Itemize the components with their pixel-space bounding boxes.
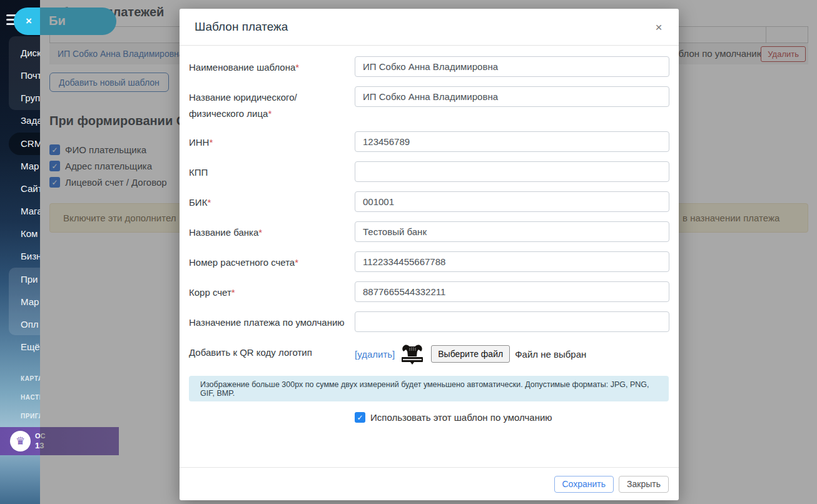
field-input-5[interactable]: 001001: [355, 191, 669, 212]
form-row: Номер расчетного счета*1122334455667788: [189, 251, 669, 272]
sidebar-item-10[interactable]: Бизн: [21, 251, 40, 261]
field-input-9[interactable]: [355, 311, 669, 332]
sidebar-item-14[interactable]: Ещё: [21, 341, 40, 352]
form-row: Название юридического/ физического лица*…: [189, 86, 669, 122]
crown-icon: ♛: [10, 431, 31, 451]
logo-preview-image: [400, 341, 425, 366]
menu-close-button[interactable]: ×: [19, 12, 38, 31]
save-button[interactable]: Сохранить: [554, 476, 614, 493]
sidebar-item-1[interactable]: Диск: [21, 48, 40, 58]
required-asterisk: *: [295, 257, 298, 268]
modal-header: Шаблон платежа ×: [180, 9, 679, 46]
sidebar-item-3[interactable]: Груп: [21, 93, 40, 103]
form-row: Назначение платежа по умолчанию: [189, 311, 669, 332]
required-asterisk: *: [295, 62, 299, 73]
default-template-row: ✓ Использовать этот шаблон по умолчанию: [355, 412, 669, 423]
form-row: Наименование шаблона*ИП Собко Анна Влади…: [189, 56, 669, 77]
modal-close-icon[interactable]: ×: [651, 20, 666, 35]
field-input-6[interactable]: Тестовый банк: [355, 221, 669, 242]
field-input-3[interactable]: 123456789: [355, 131, 669, 152]
modal-title: Шаблон платежа: [195, 20, 288, 34]
modal-body: Наименование шаблона*ИП Собко Анна Влади…: [180, 46, 679, 467]
file-status-text: Файл не выбран: [515, 349, 586, 360]
form-row: БИК*001001: [189, 191, 669, 212]
required-asterisk: *: [209, 137, 213, 148]
field-label: Название банка*: [189, 221, 355, 242]
default-template-label: Использовать этот шаблон по умолчанию: [370, 412, 552, 423]
form-row: ИНН*123456789: [189, 131, 669, 152]
field-input-4[interactable]: [355, 161, 669, 182]
modal-footer: Сохранить Закрыть: [180, 467, 679, 500]
field-label: Номер расчетного счета*: [189, 251, 355, 272]
sidebar-item-4[interactable]: Зада: [21, 115, 40, 126]
form-row: КПП: [189, 161, 669, 182]
field-label: ИНН*: [189, 131, 355, 152]
logo-upload-row: Добавить к QR коду логотип [удалить]: [189, 341, 669, 366]
field-label: БИК*: [189, 191, 355, 212]
required-asterisk: *: [258, 227, 262, 238]
field-label: Наименование шаблона*: [189, 56, 355, 77]
required-asterisk: *: [207, 197, 211, 208]
sidebar-item-9[interactable]: Ком: [21, 228, 38, 239]
field-label: КПП: [189, 161, 355, 182]
sidebar-item-5[interactable]: CRM: [21, 138, 40, 149]
sidebar-caps-item-2[interactable]: НАСТР: [21, 394, 40, 401]
choose-file-button[interactable]: Выберите файл: [431, 345, 510, 363]
screen: Шаблоны платежей ИП Собко Анна Владимиро…: [0, 0, 817, 504]
sidebar-item-11[interactable]: При: [21, 274, 38, 285]
form-row: Название банка*Тестовый банк: [189, 221, 669, 242]
logo-upload-label: Добавить к QR коду логотип: [189, 341, 355, 366]
sidebar-item-2[interactable]: Почт: [21, 70, 40, 81]
close-button[interactable]: Закрыть: [619, 476, 669, 493]
sidebar-item-6[interactable]: Мар: [21, 161, 39, 171]
field-input-8[interactable]: 8877665544332211: [355, 281, 669, 302]
sidebar-caps-item-1[interactable]: КАРТА: [21, 375, 40, 382]
field-label: Название юридического/ физического лица*: [189, 86, 355, 122]
sidebar-item-12[interactable]: Мар: [21, 296, 39, 307]
delete-logo-link[interactable]: [удалить]: [355, 349, 395, 360]
field-label: Корр счет*: [189, 281, 355, 302]
sidebar-caps-item-3[interactable]: ПРИГЛ: [21, 413, 40, 420]
form-row: Корр счет*8877665544332211: [189, 281, 669, 302]
payment-template-modal: Шаблон платежа × Наименование шаблона*ИП…: [180, 9, 679, 500]
sidebar-item-7[interactable]: Сайт: [21, 183, 40, 194]
image-info-banner: Изображение больше 300px по сумме двух и…: [189, 376, 669, 401]
sidebar-item-13[interactable]: Опл: [21, 319, 39, 330]
field-input-2[interactable]: ИП Собко Анна Владимировна: [355, 86, 669, 107]
required-asterisk: *: [268, 108, 271, 119]
default-template-checkbox[interactable]: ✓: [355, 412, 365, 423]
sidebar-item-8[interactable]: Мага: [21, 206, 40, 216]
field-input-7[interactable]: 1122334455667788: [355, 251, 669, 272]
field-label: Назначение платежа по умолчанию: [189, 311, 355, 332]
required-asterisk: *: [231, 287, 235, 298]
field-input-1[interactable]: ИП Собко Анна Владимировна: [355, 56, 669, 77]
